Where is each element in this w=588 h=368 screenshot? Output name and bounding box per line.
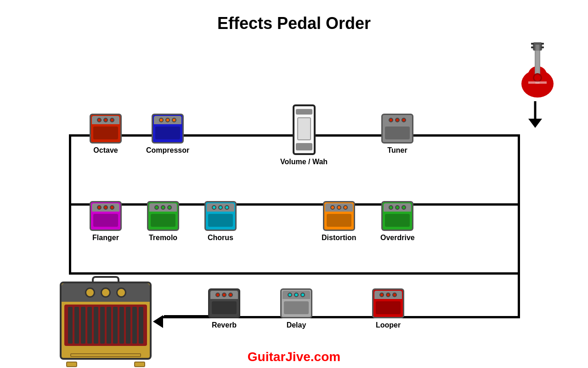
pedal-flanger: Flanger: [90, 201, 122, 242]
pedal-looper: Looper: [372, 288, 404, 329]
svg-marker-15: [528, 119, 542, 128]
svg-point-8: [534, 75, 541, 81]
pedal-overdrive: Overdrive: [380, 201, 415, 242]
svg-rect-12: [531, 46, 534, 48]
guitar-icon: [514, 40, 560, 102]
reverb-to-arrow-line: [164, 315, 211, 317]
row3-line: [163, 272, 520, 275]
website-label: GuitarJive.com: [248, 350, 340, 364]
row3-right-vert: [518, 272, 520, 318]
pedal-tuner: Tuner: [381, 114, 413, 155]
row2-right-vert: [518, 203, 520, 275]
svg-rect-11: [541, 43, 544, 45]
row1-left-vert: [69, 134, 71, 206]
page-title: Effects Pedal Order: [0, 0, 588, 33]
guitar-arrow-down: [528, 101, 542, 131]
row1-right-vert: [518, 134, 520, 206]
diagram-container: Octave Compressor Volume / Wah: [0, 33, 588, 368]
amp-arrow: [153, 315, 163, 328]
pedal-octave: Octave: [90, 114, 122, 155]
svg-rect-13: [541, 46, 544, 48]
row2-top-line: [69, 203, 520, 206]
pedal-delay: Delay: [280, 288, 312, 329]
row2-left-vert: [69, 203, 71, 275]
svg-rect-9: [528, 81, 547, 84]
amplifier: [60, 282, 152, 360]
pedal-reverb: Reverb: [208, 288, 240, 329]
svg-rect-10: [531, 43, 534, 45]
pedal-volume-wah: Volume / Wah: [280, 104, 328, 166]
pedal-tremolo: Tremolo: [147, 201, 179, 242]
pedal-distortion: Distortion: [322, 201, 356, 242]
pedal-compressor: Compressor: [146, 114, 189, 155]
pedal-chorus: Chorus: [204, 201, 237, 242]
